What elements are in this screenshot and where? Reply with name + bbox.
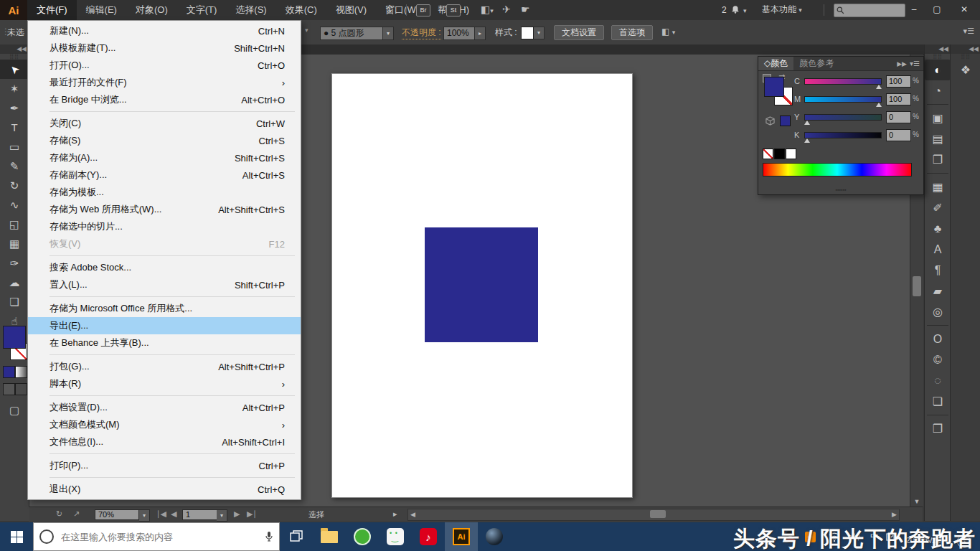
opacity-stepper-icon[interactable]: ▸: [475, 27, 486, 40]
symbol-sprayer-tool[interactable]: ☁: [0, 273, 29, 292]
file-menu-item[interactable]: 存储为(A)...Shift+Ctrl+S: [28, 149, 301, 166]
panel-resize-grip[interactable]: ▪▪▪▪▪▪: [758, 187, 923, 194]
menubar-menu-item[interactable]: 对象(O): [126, 0, 177, 20]
file-menu-item[interactable]: 文档颜色模式(M)›: [28, 416, 301, 433]
brushes-panel-icon[interactable]: ✐: [925, 197, 951, 218]
stock-launch-icon[interactable]: St: [446, 4, 461, 17]
artboard-options-icon[interactable]: ▣: [925, 108, 951, 128]
menubar-menu-item[interactable]: 文件(F): [27, 0, 77, 20]
file-menu-item[interactable]: 从模板新建(T)...Shift+Ctrl+N: [28, 39, 301, 57]
eyedropper-tool[interactable]: ✑: [0, 253, 29, 273]
zoom-dropdown-icon[interactable]: ▾: [139, 509, 150, 522]
rotate-tool[interactable]: ↻: [0, 176, 29, 195]
file-menu-item[interactable]: 文档设置(D)...Alt+Ctrl+P: [28, 399, 301, 416]
value-field[interactable]: 0: [886, 111, 911, 123]
value-field[interactable]: 0: [886, 129, 911, 141]
bridge-launch-icon[interactable]: Br: [416, 4, 430, 17]
file-menu-item[interactable]: 在 Behance 上共享(B)...: [28, 334, 301, 352]
brush-dropdown-icon[interactable]: ▾: [383, 27, 394, 40]
rectangle-tool[interactable]: ▭: [0, 137, 29, 156]
file-menu-item[interactable]: 导出(E)...: [28, 317, 301, 334]
drag-handle[interactable]: ⣿⣿: [951, 54, 980, 60]
tab-color[interactable]: ◇颜色: [758, 57, 793, 70]
taskbar-search-box[interactable]: [33, 522, 280, 551]
draw-normal-button[interactable]: [3, 383, 15, 395]
cc-libraries-panel-icon[interactable]: ©: [925, 349, 951, 370]
chevron-down-icon[interactable]: ▾: [743, 7, 747, 14]
drag-handle[interactable]: ⣿⣿: [0, 54, 29, 60]
color-slider[interactable]: [804, 114, 882, 121]
character-panel-icon[interactable]: A: [925, 239, 951, 260]
white-swatch[interactable]: [786, 149, 796, 159]
microphone-icon[interactable]: [265, 531, 273, 542]
previous-artboard-icon[interactable]: ◀: [171, 509, 176, 519]
file-menu-item[interactable]: 在 Bridge 中浏览...Alt+Ctrl+O: [28, 91, 301, 108]
slider-thumb[interactable]: [804, 121, 810, 125]
appearance-panel-icon[interactable]: ◌: [925, 370, 951, 391]
stroke-panel-icon[interactable]: O: [925, 329, 951, 349]
color-slider[interactable]: [804, 132, 882, 138]
file-menu-item[interactable]: 关闭(C)Ctrl+W: [28, 115, 301, 132]
shape-builder-tool[interactable]: ◱: [0, 215, 29, 234]
workspace-switcher[interactable]: 基本功能 ▾: [762, 4, 802, 16]
draw-behind-button[interactable]: [15, 383, 27, 395]
none-swatch[interactable]: [763, 149, 773, 159]
horizontal-scrollbar[interactable]: ◀ ▶: [407, 509, 900, 521]
slider-thumb[interactable]: [804, 138, 810, 143]
menubar-menu-item[interactable]: 视图(V): [326, 0, 376, 20]
value-field[interactable]: 100: [886, 93, 911, 105]
type-tool[interactable]: T: [0, 118, 29, 137]
slider-thumb[interactable]: [876, 85, 882, 89]
symbols-panel-icon[interactable]: ♣: [925, 218, 951, 239]
touch-workspace-icon[interactable]: ☛: [521, 4, 530, 15]
pencil-tool[interactable]: ✎: [0, 156, 29, 176]
artboard-tool[interactable]: ❏: [0, 292, 29, 311]
pathfinder-panel-icon[interactable]: ❐: [925, 149, 951, 170]
preferences-button[interactable]: 首选项: [611, 25, 653, 40]
transparency-panel-icon[interactable]: ◎: [925, 301, 951, 322]
share-icon[interactable]: ✈: [502, 4, 511, 15]
history-icon[interactable]: ↻: [56, 509, 62, 519]
file-menu-item[interactable]: 最近打开的文件(F)›: [28, 74, 301, 91]
black-swatch[interactable]: [774, 149, 785, 159]
menubar-menu-item[interactable]: 文字(T): [177, 0, 227, 20]
taskbar-search-input[interactable]: [60, 531, 265, 543]
screen-mode-button[interactable]: ▢: [0, 400, 29, 420]
file-menu-item[interactable]: 置入(L)...Shift+Ctrl+P: [28, 276, 301, 293]
image-trace-panel-icon[interactable]: ❏: [925, 391, 951, 412]
file-menu-item[interactable]: 脚本(R)›: [28, 375, 301, 392]
scroll-down-icon[interactable]: ▼: [910, 498, 923, 505]
next-artboard-icon[interactable]: ▶: [234, 509, 240, 519]
color-mode-button[interactable]: [3, 366, 15, 378]
messenger-app-button[interactable]: [379, 522, 412, 551]
start-button[interactable]: [0, 522, 33, 551]
opacity-link[interactable]: 不透明度 :: [402, 27, 441, 39]
file-menu-item[interactable]: 存储选中的切片...: [28, 218, 301, 235]
artboards-panel-icon[interactable]: ❐: [925, 418, 951, 439]
zoom-level-field[interactable]: 70%: [95, 509, 139, 520]
file-menu-item[interactable]: 打开(O)...Ctrl+O: [28, 57, 301, 74]
restore-button[interactable]: ▢: [925, 0, 948, 19]
document-setup-button[interactable]: 文档设置: [554, 25, 604, 40]
file-menu-item[interactable]: 新建(N)...Ctrl+N: [28, 22, 301, 39]
paragraph-panel-icon[interactable]: ¶: [925, 260, 951, 281]
artboard-number-field[interactable]: 1: [182, 509, 218, 520]
file-menu-item[interactable]: 存储为 Microsoft Office 所用格式...: [28, 300, 301, 317]
out-of-gamut-cube-icon[interactable]: [765, 116, 775, 128]
style-dropdown-icon[interactable]: ▾: [534, 27, 545, 39]
value-field[interactable]: 100: [886, 75, 911, 88]
file-menu-item[interactable]: 恢复(V)F12: [28, 235, 301, 253]
gradient-swatch-panel-icon[interactable]: ▰: [925, 281, 951, 301]
swatches-panel-icon[interactable]: ▦: [925, 176, 951, 197]
arrange-documents-icon[interactable]: ◧▾: [481, 4, 494, 15]
app-search-box[interactable]: [834, 4, 905, 17]
file-menu-item[interactable]: 打印(P)...Ctrl+P: [28, 457, 301, 474]
menubar-menu-item[interactable]: 效果(C): [276, 0, 326, 20]
music-app-button[interactable]: ♪: [412, 522, 445, 551]
layers-panel-icon[interactable]: ❖: [951, 60, 980, 80]
search-input[interactable]: [844, 6, 897, 16]
selection-tool[interactable]: ➤: [0, 60, 29, 79]
color-panel-icon[interactable]: ◐: [925, 60, 951, 80]
status-expand-icon[interactable]: ▸: [393, 509, 397, 519]
last-artboard-icon[interactable]: ▶∣: [247, 509, 257, 519]
